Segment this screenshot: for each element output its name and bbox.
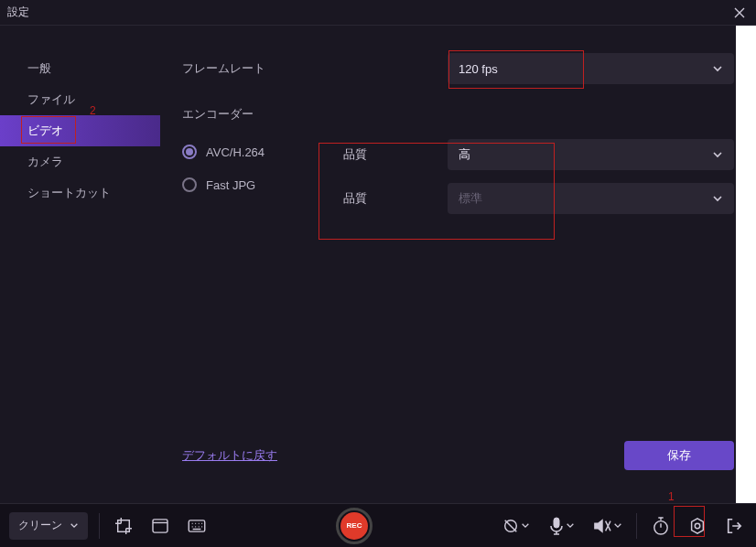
titlebar: 設定: [0, 0, 756, 26]
svg-marker-6: [692, 518, 704, 532]
separator: [99, 513, 100, 539]
encoder-radio-fastjpg[interactable]: Fast JPG: [182, 177, 329, 192]
chevron-down-icon: [712, 65, 723, 72]
chevron-down-icon: [70, 522, 79, 529]
content-area: フレームレート 120 fps エンコーダー AVC/H.264 Fast JP…: [160, 26, 756, 481]
svg-point-7: [695, 523, 699, 528]
svg-rect-1: [153, 519, 167, 531]
speaker-toggle[interactable]: [590, 513, 625, 539]
exit-icon[interactable]: [721, 513, 747, 539]
svg-rect-0: [118, 520, 130, 531]
sidebar-item-general[interactable]: 一般: [0, 53, 160, 84]
save-button[interactable]: 保存: [624, 441, 734, 470]
encoder-radio-avc[interactable]: AVC/H.264: [182, 145, 329, 159]
framerate-label: フレームレート: [182, 60, 329, 77]
chevron-down-icon: [712, 195, 723, 202]
record-button[interactable]: REC: [336, 508, 373, 544]
reset-defaults-link[interactable]: デフォルトに戻す: [182, 447, 277, 464]
settings-icon[interactable]: [685, 513, 710, 539]
sidebar: 一般 ファイル ビデオ カメラ ショートカット: [0, 26, 160, 481]
quality1-select[interactable]: 高: [448, 139, 734, 170]
sidebar-item-shortcut[interactable]: ショートカット: [0, 177, 160, 209]
sidebar-item-camera[interactable]: カメラ: [0, 146, 160, 177]
close-icon[interactable]: [730, 4, 749, 22]
quality2-select[interactable]: 標準: [448, 183, 734, 214]
record-inner: REC: [340, 512, 368, 540]
annotation-number-1: 1: [668, 490, 675, 503]
timer-icon[interactable]: [648, 513, 674, 539]
right-scroll-strip: [736, 26, 756, 503]
sidebar-item-file[interactable]: ファイル: [0, 84, 160, 115]
sidebar-item-video[interactable]: ビデオ: [0, 115, 160, 146]
keyboard-icon[interactable]: [184, 513, 210, 539]
source-select[interactable]: クリーン: [9, 512, 88, 540]
separator: [636, 513, 637, 539]
chevron-down-icon: [712, 151, 723, 158]
radio-icon: [182, 145, 197, 159]
window-icon[interactable]: [147, 513, 173, 539]
quality2-label: 品質: [329, 190, 448, 207]
svg-rect-2: [189, 520, 205, 531]
crop-icon[interactable]: [111, 513, 136, 539]
svg-rect-4: [554, 518, 559, 528]
window-title: 設定: [7, 5, 730, 20]
bottom-toolbar: クリーン REC: [0, 503, 756, 547]
webcam-toggle[interactable]: [499, 513, 534, 539]
quality1-label: 品質: [329, 146, 448, 163]
framerate-select[interactable]: 120 fps: [448, 53, 734, 84]
mic-toggle[interactable]: [545, 513, 579, 539]
encoder-label: エンコーダー: [182, 106, 329, 123]
radio-icon: [182, 177, 197, 192]
